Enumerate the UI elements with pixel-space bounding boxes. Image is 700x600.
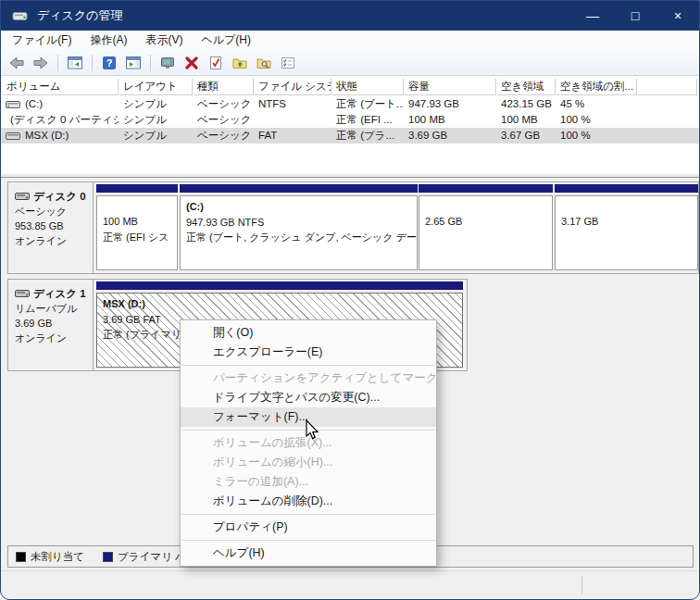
monitor-icon (159, 55, 176, 71)
partition-recovery-2[interactable]: 3.17 GB (555, 184, 698, 270)
menu-item-help[interactable]: ヘルプ(H) (181, 544, 436, 563)
volume-row-msx[interactable]: MSX (D:) シンプル ベーシック FAT 正常 (プラ... 3.69 G… (1, 128, 699, 144)
volume-type: ベーシック (194, 128, 254, 144)
pane-splitter[interactable] (1, 173, 699, 178)
monitor-button[interactable] (156, 53, 179, 73)
column-header-filesystem[interactable]: ファイル システム (255, 79, 331, 95)
back-icon (8, 55, 25, 71)
disk-kind: リムーバブル (15, 301, 90, 316)
column-header-capacity[interactable]: 容量 (405, 79, 496, 95)
menu-item-delete-volume[interactable]: ボリュームの削除(D)... (181, 492, 436, 511)
volume-name: (C:) (25, 96, 43, 112)
minimize-button[interactable]: — (571, 1, 614, 31)
close-button[interactable]: × (656, 1, 699, 31)
disk-icon (15, 289, 30, 298)
console-tree-icon (67, 55, 83, 71)
volume-layout: シンプル (119, 112, 193, 128)
delete-volume-button[interactable] (181, 53, 203, 73)
details-button[interactable] (277, 53, 299, 73)
status-bar (1, 570, 699, 599)
menu-action[interactable]: 操作(A) (81, 31, 136, 50)
menu-separator (181, 514, 435, 515)
partition-size: 100 MB (103, 214, 175, 230)
partition-color-bar (419, 184, 553, 193)
menu-item-properties[interactable]: プロパティ(P) (181, 518, 436, 537)
maximize-button[interactable]: □ (614, 1, 656, 31)
disk-name: ディスク 1 (33, 286, 86, 301)
column-header-volume[interactable]: ボリューム (3, 79, 119, 95)
menu-bar: ファイル(F) 操作(A) 表示(V) ヘルプ(H) (1, 31, 699, 50)
column-header-free-percent[interactable]: 空き領域の割... (556, 79, 637, 95)
volume-fs: NTFS (255, 96, 331, 112)
menu-item-mark-partition-active: パーティションをアクティブとしてマーク(M) (181, 369, 436, 388)
toolbar-separator (150, 55, 151, 71)
volume-free-pct: 45 % (556, 96, 637, 112)
properties-button[interactable] (205, 53, 227, 73)
volume-free: 3.67 GB (497, 128, 556, 144)
menu-help[interactable]: ヘルプ(H) (192, 31, 260, 50)
delete-icon (183, 55, 200, 71)
volume-status: 正常 (プラ... (332, 128, 404, 144)
volume-capacity: 100 MB (405, 112, 496, 128)
column-header-status[interactable]: 状態 (332, 79, 404, 95)
open-folder-button[interactable] (229, 53, 251, 73)
partition-color-bar (555, 184, 698, 193)
properties-icon (207, 55, 224, 71)
partition-size: 3.17 GB (561, 214, 695, 230)
explore-folder-button[interactable] (253, 53, 275, 73)
partition-recovery-1[interactable]: 2.65 GB (419, 184, 553, 270)
menu-item-open[interactable]: 開く(O) (181, 323, 436, 343)
volume-fs: FAT (255, 128, 331, 144)
partition-size: 947.93 GB NTFS (186, 215, 415, 231)
disk-0-row: ディスク 0 ベーシック 953.85 GB オンライン 100 MB 正常 (… (7, 181, 699, 274)
unallocated-swatch (16, 552, 26, 562)
disk-0-label[interactable]: ディスク 0 ベーシック 953.85 GB オンライン (8, 182, 94, 273)
open-folder-icon (231, 55, 248, 71)
help-button[interactable]: ? (98, 53, 120, 73)
partition-efi[interactable]: 100 MB 正常 (EFI シス (96, 184, 178, 270)
volume-row-c[interactable]: (C:) シンプル ベーシック NTFS 正常 (ブート... 947.93 G… (1, 96, 699, 112)
volume-icon (6, 100, 20, 109)
disk-status: オンライン (15, 233, 90, 248)
mouse-cursor (305, 419, 321, 442)
help-icon: ? (101, 55, 118, 71)
show-console-tree-button[interactable] (64, 53, 86, 73)
volume-layout: シンプル (119, 96, 193, 112)
legend-unallocated: 未割り当て (16, 550, 84, 564)
explore-folder-icon (256, 55, 272, 71)
volume-row-efi[interactable]: (ディスク 0 パーティシ... シンプル ベーシック 正常 (EFI ... … (1, 112, 699, 128)
column-header-free-space[interactable]: 空き領域 (497, 79, 556, 95)
partition-color-bar (96, 281, 463, 290)
disk-1-label[interactable]: ディスク 1 リムーバブル 3.69 GB オンライン (8, 280, 94, 370)
column-header-layout[interactable]: レイアウト (119, 79, 193, 95)
column-header-type[interactable]: 種類 (194, 79, 254, 95)
column-header-blank[interactable] (638, 79, 697, 95)
primary-partition-swatch (103, 552, 113, 562)
back-button[interactable] (6, 53, 28, 73)
menu-item-explorer[interactable]: エクスプローラー(E) (181, 343, 436, 362)
partition-status: 正常 (EFI シス (103, 230, 175, 245)
partition-size: 2.65 GB (425, 214, 550, 230)
menu-separator (181, 365, 435, 366)
toolbar-separator (92, 55, 93, 71)
menu-item-change-drive-letter[interactable]: ドライブ文字とパスの変更(C)... (181, 388, 436, 407)
menu-view[interactable]: 表示(V) (136, 31, 192, 50)
volume-capacity: 3.69 GB (405, 128, 496, 144)
volume-type: ベーシック (194, 96, 254, 112)
partition-name: MSX (D:) (103, 296, 460, 312)
volume-name: MSX (D:) (25, 128, 69, 144)
details-list-icon (280, 55, 296, 71)
volume-free-pct: 100 % (556, 128, 637, 144)
disk-drive-icon (12, 9, 29, 22)
partition-c[interactable]: (C:) 947.93 GB NTFS 正常 (ブート, クラッシュ ダンプ, … (180, 184, 418, 270)
menu-file[interactable]: ファイル(F) (3, 31, 81, 50)
disk-size: 953.85 GB (15, 219, 90, 233)
volume-status: 正常 (EFI ... (332, 112, 404, 128)
forward-button[interactable] (30, 53, 52, 73)
show-action-pane-button[interactable] (122, 53, 144, 73)
volume-type: ベーシック (194, 112, 254, 128)
forward-icon (32, 55, 49, 71)
title-bar: ディスクの管理 — □ × (1, 1, 699, 31)
partition-status (561, 230, 695, 244)
disk-name: ディスク 0 (33, 189, 86, 204)
